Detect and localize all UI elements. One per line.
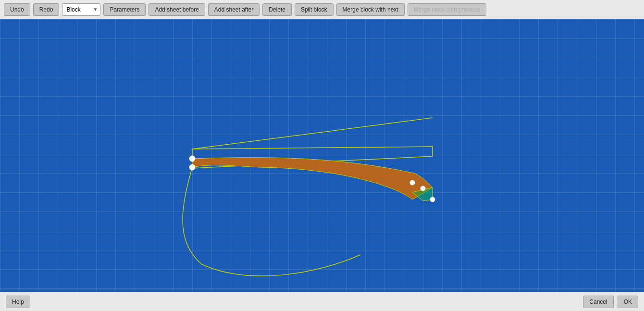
svg-point-6 — [421, 186, 425, 191]
split-block-button[interactable]: Split block — [295, 3, 334, 16]
svg-point-5 — [410, 180, 415, 185]
toolbar: Undo Redo Block ▼ Parameters Add sheet b… — [0, 0, 644, 19]
redo-button[interactable]: Redo — [33, 3, 60, 16]
help-button[interactable]: Help — [6, 296, 30, 308]
canvas-svg — [0, 19, 644, 292]
ok-button[interactable]: OK — [618, 296, 638, 308]
svg-point-3 — [189, 156, 195, 162]
delete-button[interactable]: Delete — [262, 3, 292, 16]
footer-left: Help — [6, 296, 30, 308]
cancel-button[interactable]: Cancel — [583, 296, 613, 308]
undo-button[interactable]: Undo — [4, 3, 30, 16]
parameters-button[interactable]: Parameters — [103, 3, 146, 16]
canvas-area[interactable] — [0, 19, 644, 292]
footer: Help Cancel OK — [0, 292, 644, 311]
block-select-wrap: Block ▼ — [62, 3, 100, 16]
svg-line-1 — [192, 118, 433, 149]
merge-next-button[interactable]: Merge block with next — [336, 3, 405, 16]
block-select[interactable]: Block — [62, 3, 100, 16]
svg-point-7 — [430, 197, 435, 202]
add-sheet-before-button[interactable]: Add sheet before — [149, 3, 205, 16]
svg-point-4 — [189, 164, 195, 170]
merge-prev-button[interactable]: Merge block with previous — [408, 3, 487, 16]
add-sheet-after-button[interactable]: Add sheet after — [208, 3, 260, 16]
footer-right: Cancel OK — [583, 296, 638, 308]
